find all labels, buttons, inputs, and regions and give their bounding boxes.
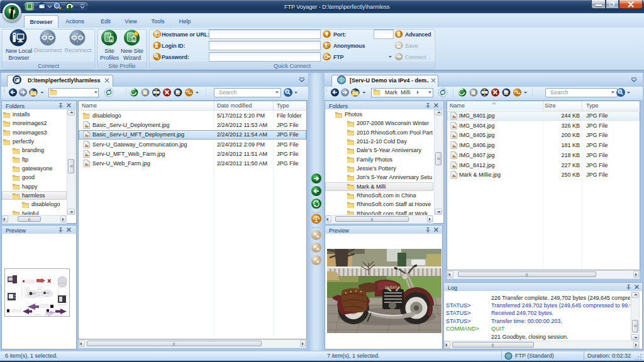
svg-text:Serv-U MFT: Serv-U MFT (54, 314, 63, 316)
svg-text:Indian: Indian (385, 285, 397, 290)
